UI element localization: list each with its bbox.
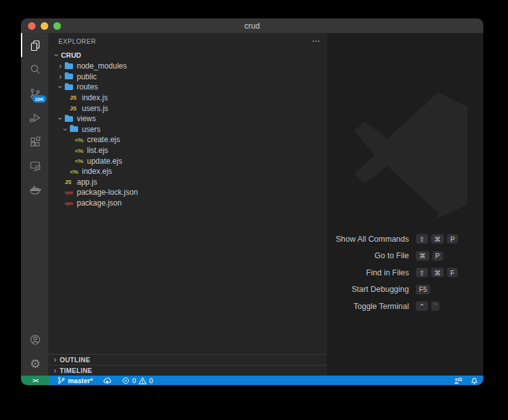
shortcut-label: Toggle Terminal [327, 302, 416, 311]
shortcut-label: Go to File [327, 251, 416, 260]
twistie-chevron-icon: › [56, 115, 65, 122]
keycap: ⌘ [431, 268, 444, 277]
sidebar-section-outline[interactable]: ›OUTLINE [48, 354, 327, 365]
tree-item-label: routes [77, 82, 98, 91]
twistie-chevron-icon: › [51, 356, 60, 364]
keycap: F5 [416, 285, 430, 294]
activity-bar-items: 10K [21, 33, 48, 202]
ejs-file-icon: <% [75, 147, 87, 154]
ejs-file-icon: <% [75, 136, 87, 143]
gear-icon: ⚙ [30, 358, 41, 370]
title-bar: crud [21, 18, 483, 33]
ejs-file-icon: <% [75, 157, 87, 164]
folder-icon [65, 84, 77, 90]
git-branch-icon [57, 376, 65, 384]
shortcut-keys: ⌃` [416, 301, 439, 311]
activity-bar-item-accounts[interactable] [21, 327, 48, 351]
explorer-header: EXPLORER ⋯ [48, 33, 327, 49]
js-file-icon: JS [70, 105, 82, 112]
tree-item-package-json[interactable]: npmpackage.json [48, 198, 327, 209]
tree-item-index-ejs[interactable]: <%index.ejs [48, 166, 327, 177]
keycap: P [432, 251, 443, 261]
shortcut-keys: ⇧⌘P [416, 234, 458, 244]
section-label: TIMELINE [60, 367, 92, 374]
activity-bar-item-settings[interactable]: ⚙ [21, 351, 48, 376]
tree-item-users-js[interactable]: JSusers.js [48, 103, 327, 114]
twistie-chevron-icon: › [51, 367, 60, 374]
tree-item-label: public [77, 72, 97, 81]
tree-item-app-js[interactable]: JSapp.js [48, 177, 327, 188]
window-title: crud [21, 22, 483, 30]
feedback-icon [454, 377, 462, 384]
activity-bar-item-search[interactable] [21, 57, 48, 81]
feedback-button[interactable] [454, 377, 462, 384]
twistie-chevron-icon: › [56, 73, 65, 81]
warning-count: 0 [149, 377, 153, 384]
twistie-chevron-icon: › [56, 83, 65, 91]
account-icon [29, 333, 42, 346]
activity-bar-item-remote-explorer[interactable] [21, 154, 48, 178]
tree-item-label: CRUD [61, 51, 81, 59]
folder-icon [65, 63, 77, 69]
npm-file-icon: npm [65, 190, 77, 195]
tree-root-folder[interactable]: ›CRUD [48, 49, 327, 61]
files-icon [29, 39, 42, 52]
keycap: ⌘ [416, 251, 429, 261]
tree-item-label: users [82, 125, 100, 134]
remote-indicator-button[interactable]: >< [21, 376, 50, 385]
tree-item-label: app.js [77, 178, 97, 187]
status-bar: >< master* [21, 376, 483, 385]
tree-item-label: create.ejs [87, 135, 120, 144]
activity-bar-item-run-debug[interactable] [21, 105, 48, 129]
bell-icon [471, 376, 478, 384]
tree-item-update-ejs[interactable]: <%update.ejs [48, 155, 327, 166]
activity-bar-item-docker[interactable] [21, 178, 48, 202]
tree-item-public[interactable]: ›public [48, 72, 327, 82]
tree-item-users[interactable]: ›users [48, 124, 327, 135]
more-actions-icon[interactable]: ⋯ [312, 38, 321, 44]
screenshot-stage: crud 10K ⚙ EXPLORER ⋯ ›CRUD›node_modules… [0, 0, 508, 420]
activity-bar-bottom-items: ⚙ [21, 327, 48, 376]
shortcut-label: Start Debugging [327, 285, 416, 294]
keycap: ⇧ [416, 268, 428, 277]
remote-explorer-icon [29, 159, 42, 173]
activity-bar-spacer [21, 202, 48, 327]
publish-changes-button[interactable] [103, 377, 112, 384]
js-file-icon: JS [65, 179, 77, 185]
activity-bar-item-source-control[interactable]: 10K [21, 81, 48, 105]
docker-icon [29, 183, 42, 197]
js-file-icon: JS [70, 95, 82, 101]
tree-item-create-ejs[interactable]: <%create.ejs [48, 135, 327, 145]
tree-item-label: update.ejs [87, 157, 122, 166]
tree-item-label: list.ejs [87, 146, 108, 155]
debug-icon [29, 111, 42, 124]
warning-icon [138, 377, 147, 384]
tree-item-label: index.js [82, 93, 108, 102]
activity-bar: 10K ⚙ [21, 33, 48, 376]
extensions-icon [29, 135, 42, 148]
branch-status-item[interactable]: master* [57, 376, 93, 384]
shortcut-row: Find in Files⇧⌘F [327, 267, 483, 278]
twistie-chevron-icon: › [52, 51, 61, 59]
error-count: 0 [132, 377, 136, 384]
shortcut-label: Find in Files [327, 268, 416, 277]
sidebar-section-timeline[interactable]: ›TIMELINE [48, 365, 327, 376]
explorer-sidebar: EXPLORER ⋯ ›CRUD›node_modules›public›rou… [48, 33, 327, 376]
tree-item-views[interactable]: ›views [48, 114, 327, 124]
explorer-title: EXPLORER [58, 38, 312, 45]
tree-item-list-ejs[interactable]: <%list.ejs [48, 145, 327, 156]
problems-status-item[interactable]: 0 0 [122, 377, 153, 384]
twistie-chevron-icon: › [61, 126, 70, 133]
activity-bar-item-extensions[interactable] [21, 129, 48, 154]
tree-item-routes[interactable]: ›routes [48, 82, 327, 93]
file-tree: ›CRUD›node_modules›public›routesJSindex.… [48, 49, 327, 354]
folder-icon [65, 116, 77, 122]
activity-bar-item-explorer[interactable] [21, 33, 48, 57]
tree-item-package-lock-json[interactable]: npmpackage-lock.json [48, 187, 327, 198]
tree-item-index-js[interactable]: JSindex.js [48, 93, 327, 103]
notifications-button[interactable] [471, 376, 478, 384]
shortcut-row: Start DebuggingF5 [327, 284, 483, 295]
tree-item-node-modules[interactable]: ›node_modules [48, 61, 327, 72]
vscode-window: crud 10K ⚙ EXPLORER ⋯ ›CRUD›node_modules… [21, 18, 483, 385]
keycap: ⌃ [416, 301, 428, 311]
